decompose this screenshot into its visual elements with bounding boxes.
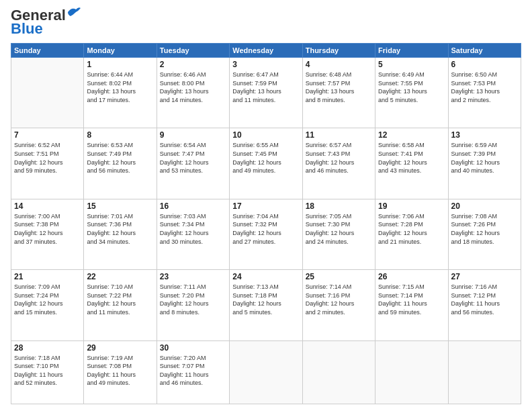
calendar-cell: 21Sunrise: 7:09 AMSunset: 7:24 PMDayligh…: [11, 270, 84, 340]
day-number: 12: [378, 130, 445, 140]
day-info: Sunrise: 7:20 AMSunset: 7:07 PMDaylight:…: [160, 354, 226, 387]
day-number: 18: [306, 201, 372, 211]
day-info-line: Sunrise: 6:53 AM: [87, 142, 133, 148]
day-number: 15: [87, 201, 153, 211]
day-info-line: and 37 minutes.: [14, 238, 57, 245]
day-info-line: Daylight: 12 hours: [378, 159, 427, 166]
day-info-line: and 30 minutes.: [160, 238, 203, 245]
day-info-line: Sunset: 7:49 PM: [87, 150, 132, 157]
day-info-line: Sunset: 7:14 PM: [378, 292, 423, 299]
weekday-header-tuesday: Tuesday: [157, 44, 229, 58]
day-info-line: and 43 minutes.: [378, 167, 421, 174]
day-info-line: Daylight: 13 hours: [378, 88, 427, 95]
day-info-line: Sunset: 7:32 PM: [232, 221, 277, 228]
day-info-line: Sunrise: 7:09 AM: [14, 283, 60, 290]
day-info-line: Sunset: 7:10 PM: [14, 363, 59, 369]
day-info-line: Sunset: 7:20 PM: [160, 292, 205, 299]
calendar-cell: 24Sunrise: 7:13 AMSunset: 7:18 PMDayligh…: [230, 270, 302, 340]
calendar-cell: 4Sunrise: 6:48 AMSunset: 7:57 PMDaylight…: [302, 58, 375, 128]
day-info-line: and 18 minutes.: [451, 238, 494, 245]
day-info-line: Daylight: 12 hours: [306, 300, 355, 307]
day-info-line: Sunset: 7:22 PM: [87, 292, 132, 299]
day-info-line: Daylight: 13 hours: [87, 88, 136, 95]
day-info-line: Daylight: 12 hours: [14, 159, 63, 166]
day-info-line: and 40 minutes.: [451, 167, 494, 174]
day-info-line: Sunset: 8:00 PM: [160, 80, 205, 87]
day-info: Sunrise: 6:50 AMSunset: 7:53 PMDaylight:…: [451, 71, 518, 104]
day-info-line: Sunset: 7:12 PM: [451, 292, 496, 299]
day-info-line: and 17 minutes.: [87, 97, 130, 103]
calendar-cell: 30Sunrise: 7:20 AMSunset: 7:07 PMDayligh…: [157, 340, 229, 404]
day-info-line: and 2 minutes.: [451, 97, 491, 103]
day-info: Sunrise: 7:09 AMSunset: 7:24 PMDaylight:…: [14, 283, 81, 316]
day-info-line: and 8 minutes.: [306, 97, 345, 103]
day-info-line: Sunrise: 6:59 AM: [451, 142, 498, 148]
day-info: Sunrise: 6:48 AMSunset: 7:57 PMDaylight:…: [306, 71, 372, 104]
calendar-cell: 16Sunrise: 7:03 AMSunset: 7:34 PMDayligh…: [157, 199, 229, 269]
day-info-line: Sunrise: 7:10 AM: [87, 283, 133, 290]
day-info-line: Daylight: 12 hours: [160, 300, 209, 307]
day-number: 16: [160, 201, 226, 211]
page: General Blue SundayMondayTuesdayWednesda…: [0, 0, 532, 411]
day-number: 27: [451, 272, 518, 281]
week-row-5: 28Sunrise: 7:18 AMSunset: 7:10 PMDayligh…: [11, 340, 521, 404]
day-info-line: Sunset: 7:55 PM: [378, 80, 423, 87]
day-info-line: Sunset: 7:28 PM: [378, 221, 423, 228]
day-info-line: Sunset: 7:36 PM: [87, 221, 132, 228]
calendar-cell: 11Sunrise: 6:57 AMSunset: 7:43 PMDayligh…: [302, 128, 375, 199]
day-info: Sunrise: 7:18 AMSunset: 7:10 PMDaylight:…: [14, 354, 81, 387]
day-number: 23: [160, 272, 226, 281]
day-info-line: Sunrise: 7:18 AM: [14, 355, 60, 361]
day-info-line: Sunset: 7:26 PM: [451, 221, 496, 228]
day-info-line: Sunrise: 6:58 AM: [378, 142, 425, 148]
day-number: 5: [378, 60, 445, 69]
day-number: 7: [14, 130, 81, 140]
day-number: 19: [378, 201, 445, 211]
day-number: 10: [232, 130, 299, 140]
day-info-line: Daylight: 12 hours: [306, 230, 355, 236]
day-info-line: and 52 minutes.: [14, 379, 57, 386]
calendar-cell: 29Sunrise: 7:19 AMSunset: 7:08 PMDayligh…: [84, 340, 157, 404]
day-info-line: Daylight: 11 hours: [451, 300, 500, 307]
calendar-cell: [375, 340, 448, 404]
day-info-line: Daylight: 13 hours: [451, 88, 500, 95]
day-info-line: Sunset: 7:34 PM: [160, 221, 205, 228]
day-info: Sunrise: 6:47 AMSunset: 7:59 PMDaylight:…: [232, 71, 299, 104]
day-info-line: Sunrise: 6:50 AM: [451, 71, 498, 78]
day-info-line: and 24 minutes.: [306, 238, 349, 245]
day-info-line: and 21 minutes.: [378, 238, 421, 245]
day-info-line: Daylight: 12 hours: [87, 300, 136, 307]
day-number: 29: [87, 343, 153, 353]
day-info: Sunrise: 7:03 AMSunset: 7:34 PMDaylight:…: [160, 212, 226, 246]
day-info: Sunrise: 6:55 AMSunset: 7:45 PMDaylight:…: [232, 141, 299, 175]
calendar-cell: 27Sunrise: 7:16 AMSunset: 7:12 PMDayligh…: [448, 270, 521, 340]
day-info-line: Sunset: 7:51 PM: [14, 150, 59, 157]
day-info-line: and 34 minutes.: [87, 238, 130, 245]
week-row-2: 7Sunrise: 6:52 AMSunset: 7:51 PMDaylight…: [11, 128, 521, 199]
day-info-line: Daylight: 12 hours: [306, 159, 355, 166]
calendar-cell: 3Sunrise: 6:47 AMSunset: 7:59 PMDaylight…: [230, 58, 302, 128]
calendar-cell: 26Sunrise: 7:15 AMSunset: 7:14 PMDayligh…: [375, 270, 448, 340]
calendar-cell: 9Sunrise: 6:54 AMSunset: 7:47 PMDaylight…: [157, 128, 229, 199]
day-info-line: Daylight: 12 hours: [160, 230, 209, 236]
day-info-line: Sunrise: 7:08 AM: [451, 213, 498, 220]
day-info-line: and 5 minutes.: [232, 309, 272, 316]
day-info-line: and 46 minutes.: [160, 379, 203, 386]
day-info-line: Sunrise: 7:05 AM: [306, 213, 352, 220]
day-info-line: and 59 minutes.: [378, 309, 421, 316]
calendar-cell: [448, 340, 521, 404]
day-info-line: and 53 minutes.: [160, 167, 203, 174]
day-info-line: Sunrise: 7:01 AM: [87, 213, 133, 220]
day-info-line: Sunset: 7:45 PM: [232, 150, 277, 157]
day-number: 20: [451, 201, 518, 211]
day-info-line: Daylight: 12 hours: [14, 300, 63, 307]
calendar-cell: 17Sunrise: 7:04 AMSunset: 7:32 PMDayligh…: [230, 199, 302, 269]
day-number: 26: [378, 272, 445, 281]
day-info-line: Sunrise: 6:47 AM: [232, 71, 279, 78]
day-info-line: Sunrise: 6:49 AM: [378, 71, 425, 78]
day-info-line: Sunrise: 6:55 AM: [232, 142, 279, 148]
day-info: Sunrise: 6:59 AMSunset: 7:39 PMDaylight:…: [451, 141, 518, 175]
calendar-cell: 15Sunrise: 7:01 AMSunset: 7:36 PMDayligh…: [84, 199, 157, 269]
weekday-header-wednesday: Wednesday: [230, 44, 302, 58]
day-number: 24: [232, 272, 299, 281]
